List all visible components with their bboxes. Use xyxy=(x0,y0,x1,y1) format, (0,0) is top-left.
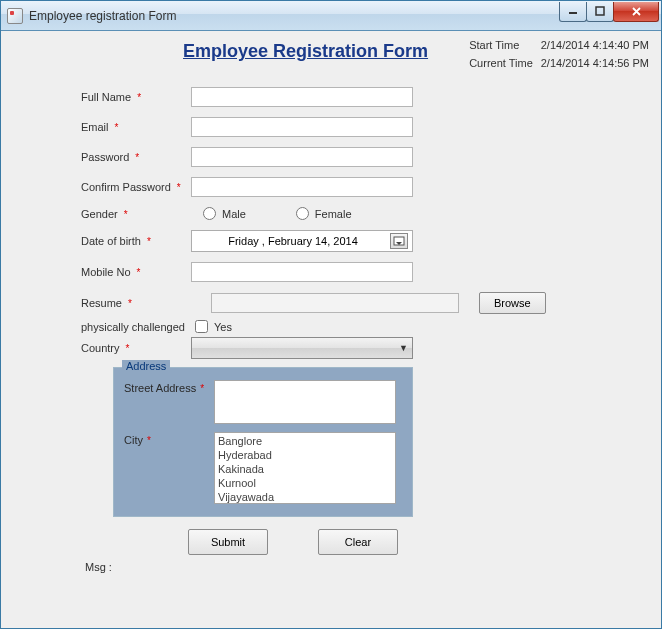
mobile-label: Mobile No* xyxy=(81,266,191,278)
resume-label: Resume* xyxy=(81,297,191,309)
gender-male-option[interactable]: Male xyxy=(203,207,246,220)
minimize-button[interactable] xyxy=(559,2,587,22)
titlebar: Employee registration Form xyxy=(1,1,661,31)
gender-female-option[interactable]: Female xyxy=(296,207,352,220)
city-listbox[interactable]: Banglore Hyderabad Kakinada Kurnool Vija… xyxy=(214,432,396,504)
maximize-button[interactable] xyxy=(586,2,614,22)
calendar-icon xyxy=(393,236,405,246)
submit-button[interactable]: Submit xyxy=(188,529,268,555)
gender-label: Gender* xyxy=(81,208,191,220)
start-time-label: Start Time xyxy=(469,39,533,51)
client-area: Employee Registration Form Start Time 2/… xyxy=(1,31,661,628)
current-time-value: 2/14/2014 4:14:56 PM xyxy=(541,57,649,69)
password-input[interactable] xyxy=(191,147,413,167)
clear-button[interactable]: Clear xyxy=(318,529,398,555)
gender-male-radio[interactable] xyxy=(203,207,216,220)
close-icon xyxy=(631,6,642,17)
resume-input[interactable] xyxy=(211,293,459,313)
full-name-label: Full Name* xyxy=(81,91,191,103)
dob-value: Friday , February 14, 2014 xyxy=(196,235,390,247)
street-input[interactable] xyxy=(214,380,396,424)
gender-female-radio[interactable] xyxy=(296,207,309,220)
city-label: City* xyxy=(124,432,214,446)
window-title: Employee registration Form xyxy=(29,9,176,23)
confirm-password-label: Confirm Password* xyxy=(81,181,191,193)
calendar-button[interactable] xyxy=(390,233,408,249)
phys-yes-option[interactable]: Yes xyxy=(195,320,232,333)
password-label: Password* xyxy=(81,151,191,163)
current-time-label: Current Time xyxy=(469,57,533,69)
email-label: Email* xyxy=(81,121,191,133)
list-item[interactable]: Banglore xyxy=(218,434,392,448)
country-dropdown[interactable]: ▼ xyxy=(191,337,413,359)
phys-checkbox[interactable] xyxy=(195,320,208,333)
page-title: Employee Registration Form xyxy=(183,37,443,62)
street-label: Street Address* xyxy=(124,380,214,394)
address-legend: Address xyxy=(122,360,170,372)
time-block: Start Time 2/14/2014 4:14:40 PM Current … xyxy=(469,39,649,69)
browse-button[interactable]: Browse xyxy=(479,292,546,314)
chevron-down-icon: ▼ xyxy=(399,343,408,353)
window-buttons xyxy=(560,2,659,22)
phys-label: physically challenged xyxy=(81,321,191,333)
address-groupbox: Address Street Address* City* Banglore H… xyxy=(113,367,413,517)
list-item[interactable]: Vijayawada xyxy=(218,490,392,504)
svg-rect-0 xyxy=(569,12,577,14)
start-time-value: 2/14/2014 4:14:40 PM xyxy=(541,39,649,51)
email-input[interactable] xyxy=(191,117,413,137)
dob-label: Date of birth* xyxy=(81,235,191,247)
app-icon xyxy=(7,8,23,24)
full-name-input[interactable] xyxy=(191,87,413,107)
app-window: Employee registration Form Employee Regi… xyxy=(0,0,662,629)
gender-group: Male Female xyxy=(191,207,413,220)
list-item[interactable]: Kakinada xyxy=(218,462,392,476)
svg-rect-1 xyxy=(596,7,604,15)
list-item[interactable]: Kurnool xyxy=(218,476,392,490)
list-item[interactable]: Hyderabad xyxy=(218,448,392,462)
minimize-icon xyxy=(568,6,578,16)
dob-datepicker[interactable]: Friday , February 14, 2014 xyxy=(191,230,413,252)
close-button[interactable] xyxy=(613,2,659,22)
mobile-input[interactable] xyxy=(191,262,413,282)
maximize-icon xyxy=(595,6,605,16)
country-label: Country* xyxy=(81,342,191,354)
msg-label: Msg : xyxy=(85,561,649,573)
confirm-password-input[interactable] xyxy=(191,177,413,197)
